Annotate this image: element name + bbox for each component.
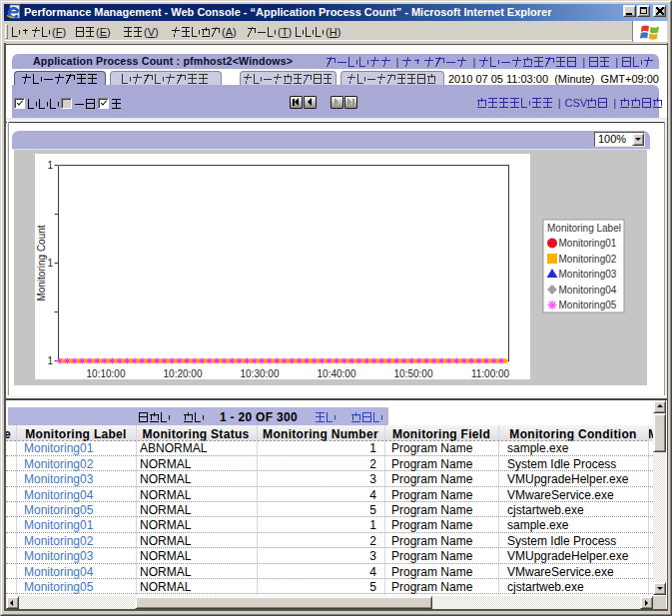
svg-text:Monitoring02: Monitoring02 xyxy=(559,254,617,265)
svg-text:10:20:00: 10:20:00 xyxy=(164,368,203,379)
svg-text:Monitoring05: Monitoring05 xyxy=(559,300,617,310)
svg-text:Monitoring Label: Monitoring Label xyxy=(547,223,621,234)
svg-text:10:30:00: 10:30:00 xyxy=(241,368,280,379)
svg-text:1: 1 xyxy=(47,355,53,366)
svg-text:Monitoring03: Monitoring03 xyxy=(559,269,617,280)
svg-text:10:40:00: 10:40:00 xyxy=(318,368,356,379)
svg-text:Monitoring01: Monitoring01 xyxy=(559,238,617,249)
svg-text:1: 1 xyxy=(47,160,53,171)
svg-text:11:00:00: 11:00:00 xyxy=(471,368,510,379)
svg-text:10:10:00: 10:10:00 xyxy=(87,368,126,379)
svg-text:Monitoring04: Monitoring04 xyxy=(559,285,617,296)
svg-text:10:50:00: 10:50:00 xyxy=(394,368,433,379)
svg-text:Monitoring Count: Monitoring Count xyxy=(36,225,47,301)
svg-text:1: 1 xyxy=(47,258,53,269)
